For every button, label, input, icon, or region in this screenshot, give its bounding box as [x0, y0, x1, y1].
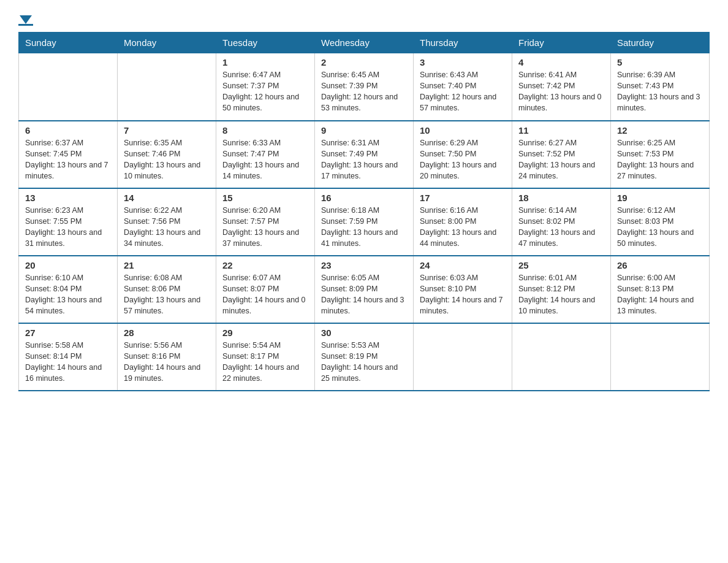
day-number: 19 — [617, 193, 703, 203]
day-info: Sunrise: 6:16 AM Sunset: 8:00 PM Dayligh… — [420, 205, 506, 250]
day-number: 22 — [222, 260, 308, 270]
day-info: Sunrise: 5:56 AM Sunset: 8:16 PM Dayligh… — [124, 340, 210, 385]
day-number: 21 — [124, 260, 210, 270]
day-number: 20 — [25, 260, 111, 270]
calendar-day-cell — [611, 323, 710, 391]
calendar-day-cell: 18Sunrise: 6:14 AM Sunset: 8:02 PM Dayli… — [512, 188, 611, 256]
calendar-table: SundayMondayTuesdayWednesdayThursdayFrid… — [18, 32, 710, 391]
day-number: 24 — [420, 260, 506, 270]
day-number: 5 — [617, 57, 703, 67]
day-info: Sunrise: 6:45 AM Sunset: 7:39 PM Dayligh… — [321, 69, 407, 114]
calendar-day-cell: 24Sunrise: 6:03 AM Sunset: 8:10 PM Dayli… — [414, 256, 512, 323]
day-number: 15 — [222, 193, 308, 203]
day-number: 4 — [518, 57, 604, 67]
day-info: Sunrise: 6:41 AM Sunset: 7:42 PM Dayligh… — [518, 69, 604, 114]
day-info: Sunrise: 5:53 AM Sunset: 8:19 PM Dayligh… — [321, 340, 407, 385]
day-of-week-header: Friday — [512, 33, 611, 53]
calendar-day-cell: 27Sunrise: 5:58 AM Sunset: 8:14 PM Dayli… — [19, 323, 118, 391]
calendar-day-cell: 10Sunrise: 6:29 AM Sunset: 7:50 PM Dayli… — [414, 121, 512, 188]
calendar-day-cell: 28Sunrise: 5:56 AM Sunset: 8:16 PM Dayli… — [118, 323, 216, 391]
day-of-week-header: Saturday — [611, 33, 710, 53]
day-info: Sunrise: 5:58 AM Sunset: 8:14 PM Dayligh… — [25, 340, 111, 385]
day-of-week-header: Thursday — [414, 33, 512, 53]
logo-underline — [18, 24, 33, 26]
day-number: 7 — [124, 125, 210, 136]
day-info: Sunrise: 6:18 AM Sunset: 7:59 PM Dayligh… — [321, 205, 407, 250]
day-info: Sunrise: 6:22 AM Sunset: 7:56 PM Dayligh… — [124, 205, 210, 250]
day-info: Sunrise: 6:07 AM Sunset: 8:07 PM Dayligh… — [222, 272, 308, 317]
day-of-week-header: Wednesday — [315, 33, 414, 53]
day-info: Sunrise: 6:03 AM Sunset: 8:10 PM Dayligh… — [420, 272, 506, 317]
day-info: Sunrise: 5:54 AM Sunset: 8:17 PM Dayligh… — [222, 340, 308, 385]
day-number: 10 — [420, 125, 506, 136]
day-number: 2 — [321, 57, 407, 67]
day-info: Sunrise: 6:31 AM Sunset: 7:49 PM Dayligh… — [321, 137, 407, 182]
day-info: Sunrise: 6:27 AM Sunset: 7:52 PM Dayligh… — [518, 137, 604, 182]
calendar-day-cell: 7Sunrise: 6:35 AM Sunset: 7:46 PM Daylig… — [118, 121, 216, 188]
calendar-header-row: SundayMondayTuesdayWednesdayThursdayFrid… — [19, 33, 710, 53]
day-number: 13 — [25, 193, 111, 203]
day-number: 8 — [222, 125, 308, 136]
calendar-week-row: 6Sunrise: 6:37 AM Sunset: 7:45 PM Daylig… — [19, 121, 710, 188]
calendar-day-cell: 14Sunrise: 6:22 AM Sunset: 7:56 PM Dayli… — [118, 188, 216, 256]
calendar-week-row: 13Sunrise: 6:23 AM Sunset: 7:55 PM Dayli… — [19, 188, 710, 256]
day-info: Sunrise: 6:29 AM Sunset: 7:50 PM Dayligh… — [420, 137, 506, 182]
day-info: Sunrise: 6:47 AM Sunset: 7:37 PM Dayligh… — [222, 69, 308, 114]
calendar-day-cell: 20Sunrise: 6:10 AM Sunset: 8:04 PM Dayli… — [19, 256, 118, 323]
day-info: Sunrise: 6:25 AM Sunset: 7:53 PM Dayligh… — [617, 137, 703, 182]
calendar-day-cell: 5Sunrise: 6:39 AM Sunset: 7:43 PM Daylig… — [611, 53, 710, 121]
calendar-day-cell: 17Sunrise: 6:16 AM Sunset: 8:00 PM Dayli… — [414, 188, 512, 256]
day-number: 18 — [518, 193, 604, 203]
logo — [18, 12, 33, 26]
day-number: 16 — [321, 193, 407, 203]
calendar-day-cell: 26Sunrise: 6:00 AM Sunset: 8:13 PM Dayli… — [611, 256, 710, 323]
day-info: Sunrise: 6:23 AM Sunset: 7:55 PM Dayligh… — [25, 205, 111, 250]
day-of-week-header: Tuesday — [216, 33, 315, 53]
day-info: Sunrise: 6:37 AM Sunset: 7:45 PM Dayligh… — [25, 137, 111, 182]
day-info: Sunrise: 6:08 AM Sunset: 8:06 PM Dayligh… — [124, 272, 210, 317]
day-number: 27 — [25, 327, 111, 338]
day-number: 6 — [25, 125, 111, 136]
calendar-week-row: 20Sunrise: 6:10 AM Sunset: 8:04 PM Dayli… — [19, 256, 710, 323]
day-of-week-header: Monday — [118, 33, 216, 53]
day-info: Sunrise: 6:10 AM Sunset: 8:04 PM Dayligh… — [25, 272, 111, 317]
calendar-day-cell: 29Sunrise: 5:54 AM Sunset: 8:17 PM Dayli… — [216, 323, 315, 391]
logo-text — [18, 15, 33, 24]
calendar-day-cell — [414, 323, 512, 391]
day-info: Sunrise: 6:01 AM Sunset: 8:12 PM Dayligh… — [518, 272, 604, 317]
day-number: 29 — [222, 327, 308, 338]
page-header — [18, 12, 710, 26]
day-info: Sunrise: 6:20 AM Sunset: 7:57 PM Dayligh… — [222, 205, 308, 250]
calendar-day-cell: 16Sunrise: 6:18 AM Sunset: 7:59 PM Dayli… — [315, 188, 414, 256]
day-number: 14 — [124, 193, 210, 203]
calendar-day-cell: 15Sunrise: 6:20 AM Sunset: 7:57 PM Dayli… — [216, 188, 315, 256]
calendar-day-cell: 21Sunrise: 6:08 AM Sunset: 8:06 PM Dayli… — [118, 256, 216, 323]
day-number: 25 — [518, 260, 604, 270]
day-number: 17 — [420, 193, 506, 203]
day-number: 30 — [321, 327, 407, 338]
calendar-day-cell: 13Sunrise: 6:23 AM Sunset: 7:55 PM Dayli… — [19, 188, 118, 256]
calendar-day-cell: 9Sunrise: 6:31 AM Sunset: 7:49 PM Daylig… — [315, 121, 414, 188]
day-number: 1 — [222, 57, 308, 67]
day-number: 3 — [420, 57, 506, 67]
day-of-week-header: Sunday — [19, 33, 118, 53]
calendar-week-row: 27Sunrise: 5:58 AM Sunset: 8:14 PM Dayli… — [19, 323, 710, 391]
day-info: Sunrise: 6:00 AM Sunset: 8:13 PM Dayligh… — [617, 272, 703, 317]
calendar-day-cell: 22Sunrise: 6:07 AM Sunset: 8:07 PM Dayli… — [216, 256, 315, 323]
day-number: 11 — [518, 125, 604, 136]
calendar-week-row: 1Sunrise: 6:47 AM Sunset: 7:37 PM Daylig… — [19, 53, 710, 121]
calendar-day-cell: 30Sunrise: 5:53 AM Sunset: 8:19 PM Dayli… — [315, 323, 414, 391]
calendar-day-cell — [19, 53, 118, 121]
calendar-day-cell: 19Sunrise: 6:12 AM Sunset: 8:03 PM Dayli… — [611, 188, 710, 256]
calendar-day-cell: 8Sunrise: 6:33 AM Sunset: 7:47 PM Daylig… — [216, 121, 315, 188]
calendar-day-cell: 11Sunrise: 6:27 AM Sunset: 7:52 PM Dayli… — [512, 121, 611, 188]
calendar-day-cell — [118, 53, 216, 121]
calendar-day-cell: 3Sunrise: 6:43 AM Sunset: 7:40 PM Daylig… — [414, 53, 512, 121]
calendar-day-cell: 12Sunrise: 6:25 AM Sunset: 7:53 PM Dayli… — [611, 121, 710, 188]
day-number: 9 — [321, 125, 407, 136]
day-info: Sunrise: 6:12 AM Sunset: 8:03 PM Dayligh… — [617, 205, 703, 250]
day-info: Sunrise: 6:43 AM Sunset: 7:40 PM Dayligh… — [420, 69, 506, 114]
calendar-day-cell: 2Sunrise: 6:45 AM Sunset: 7:39 PM Daylig… — [315, 53, 414, 121]
day-number: 28 — [124, 327, 210, 338]
day-info: Sunrise: 6:39 AM Sunset: 7:43 PM Dayligh… — [617, 69, 703, 114]
